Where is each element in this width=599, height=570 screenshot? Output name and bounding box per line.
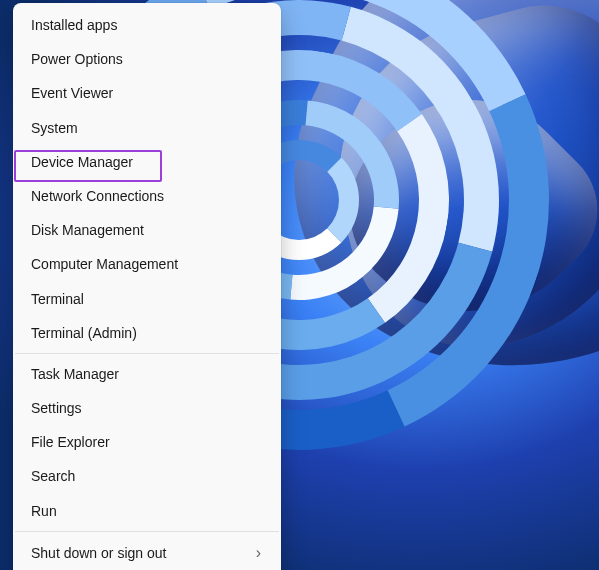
menu-item-label: Settings: [31, 399, 82, 417]
menu-item-label: Shut down or sign out: [31, 544, 166, 562]
menu-item-device-manager[interactable]: Device Manager: [17, 145, 277, 179]
menu-item-event-viewer[interactable]: Event Viewer: [17, 76, 277, 110]
menu-item-settings[interactable]: Settings: [17, 391, 277, 425]
menu-item-computer-management[interactable]: Computer Management: [17, 247, 277, 281]
menu-item-label: Power Options: [31, 50, 123, 68]
menu-item-search[interactable]: Search: [17, 459, 277, 493]
menu-item-power-options[interactable]: Power Options: [17, 42, 277, 76]
menu-item-label: Computer Management: [31, 255, 178, 273]
menu-item-label: Terminal: [31, 290, 84, 308]
chevron-right-icon: ›: [256, 543, 261, 564]
menu-item-disk-management[interactable]: Disk Management: [17, 213, 277, 247]
menu-divider: [15, 531, 279, 532]
menu-item-network-connections[interactable]: Network Connections: [17, 179, 277, 213]
menu-item-file-explorer[interactable]: File Explorer: [17, 425, 277, 459]
menu-item-label: Terminal (Admin): [31, 324, 137, 342]
menu-item-installed-apps[interactable]: Installed apps: [17, 8, 277, 42]
menu-item-label: Installed apps: [31, 16, 117, 34]
menu-item-label: Disk Management: [31, 221, 144, 239]
menu-divider: [15, 353, 279, 354]
winx-context-menu: Installed appsPower OptionsEvent ViewerS…: [13, 3, 281, 570]
menu-item-label: Network Connections: [31, 187, 164, 205]
menu-item-label: Device Manager: [31, 153, 133, 171]
menu-item-run[interactable]: Run: [17, 494, 277, 528]
menu-item-label: File Explorer: [31, 433, 110, 451]
menu-item-label: System: [31, 119, 78, 137]
menu-item-system[interactable]: System: [17, 111, 277, 145]
menu-item-label: Search: [31, 467, 75, 485]
menu-item-label: Task Manager: [31, 365, 119, 383]
menu-item-task-manager[interactable]: Task Manager: [17, 357, 277, 391]
menu-item-label: Event Viewer: [31, 84, 113, 102]
menu-item-terminal[interactable]: Terminal: [17, 282, 277, 316]
menu-item-terminal-admin[interactable]: Terminal (Admin): [17, 316, 277, 350]
menu-item-shut-down[interactable]: Shut down or sign out›: [17, 535, 277, 570]
menu-item-label: Run: [31, 502, 57, 520]
